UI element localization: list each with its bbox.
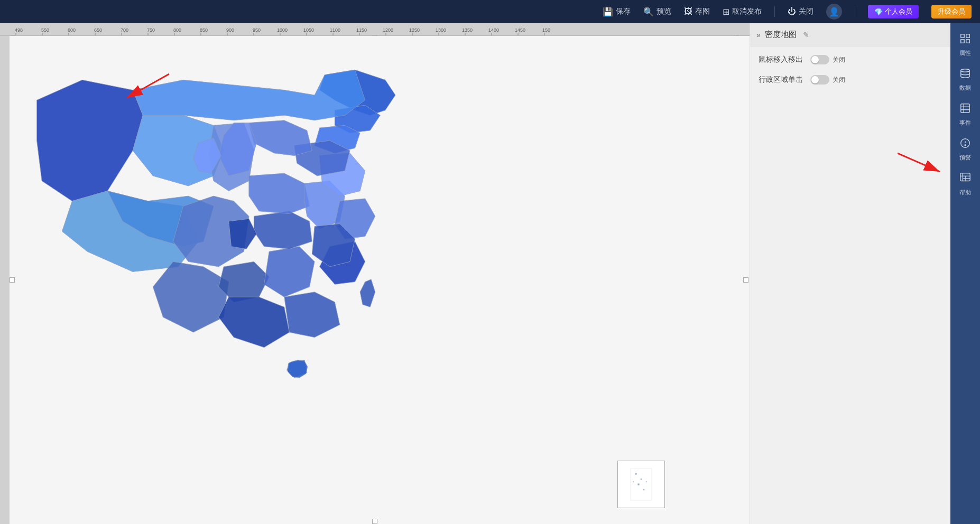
ruler-left — [0, 36, 10, 524]
toggle-thumb-hover — [811, 56, 819, 63]
svg-point-47 — [637, 483, 640, 485]
toggle-hover[interactable]: 关闭 — [810, 55, 845, 64]
svg-text:550: 550 — [41, 27, 49, 33]
toggle-label-click: 关闭 — [833, 76, 845, 85]
toolbar-divider — [774, 6, 775, 17]
sidebar-item-events[interactable]: 事件 — [950, 97, 980, 132]
svg-text:1400: 1400 — [488, 27, 499, 33]
china-map — [32, 46, 486, 416]
avatar-icon: 👤 — [829, 7, 839, 17]
save-button[interactable]: 💾 保存 — [603, 7, 631, 17]
svg-point-49 — [646, 481, 647, 482]
handle-right-mid[interactable] — [743, 277, 748, 283]
toggle-click[interactable]: 关闭 — [810, 75, 845, 85]
panel-title: 密度地图 — [765, 30, 797, 40]
sidebar-label-properties: 属性 — [959, 49, 971, 57]
svg-rect-44 — [0, 36, 10, 524]
svg-text:600: 600 — [68, 27, 76, 33]
help-icon — [959, 172, 971, 186]
preview-button[interactable]: 🔍 预览 — [643, 7, 671, 17]
svg-rect-62 — [961, 104, 970, 113]
sidebar-item-data[interactable]: 数据 — [950, 62, 980, 97]
vip-button[interactable]: 💎 个人会员 — [868, 5, 919, 18]
sidebar-label-help: 帮助 — [959, 189, 971, 196]
canvas-wrapper: 498 550 600 650 700 750 800 850 — [0, 23, 750, 524]
user-avatar[interactable]: 👤 — [826, 4, 842, 20]
setting-row-click: 行政区域单击 关闭 — [759, 75, 942, 85]
sidebar-label-data: 数据 — [959, 84, 971, 92]
toggle-track-click[interactable] — [810, 75, 829, 85]
export-button[interactable]: 🖼 存图 — [684, 7, 710, 16]
save-icon: 💾 — [603, 7, 613, 17]
svg-text:1150: 1150 — [356, 27, 367, 33]
svg-text:150: 150 — [542, 27, 550, 33]
right-panel: » 密度地图 ✎ 鼠标移入移出 关闭 行政区域单击 — [750, 23, 950, 524]
svg-text:700: 700 — [121, 27, 128, 33]
svg-point-68 — [965, 145, 966, 146]
inset-map — [617, 461, 665, 508]
diamond-icon: 💎 — [874, 8, 883, 16]
svg-text:1000: 1000 — [277, 27, 288, 33]
sidebar-label-alerts: 预警 — [959, 154, 971, 162]
svg-rect-0 — [0, 23, 750, 36]
svg-text:950: 950 — [253, 27, 261, 33]
setting-label-click: 行政区域单击 — [759, 75, 806, 85]
panel-expand-button[interactable]: » — [756, 31, 761, 39]
alerts-icon — [959, 137, 971, 152]
handle-left-mid[interactable] — [10, 277, 15, 283]
canvas-area[interactable]: 498 550 600 650 700 750 800 850 — [0, 23, 750, 524]
sidebar-label-events: 事件 — [959, 119, 971, 127]
ruler-top: 498 550 600 650 700 750 800 850 — [0, 23, 750, 36]
svg-rect-69 — [960, 173, 970, 181]
handle-bottom-mid[interactable] — [372, 519, 377, 524]
svg-text:1350: 1350 — [462, 27, 473, 33]
sidebar-item-properties[interactable]: 属性 — [950, 27, 980, 62]
svg-point-61 — [961, 69, 970, 72]
far-right-sidebar: 属性 数据 事件 — [950, 23, 980, 524]
panel-header: » 密度地图 ✎ — [750, 23, 950, 46]
toggle-track-hover[interactable] — [810, 55, 829, 64]
svg-rect-60 — [966, 40, 969, 43]
svg-point-48 — [643, 489, 645, 491]
svg-text:650: 650 — [94, 27, 102, 33]
power-icon: ⏻ — [788, 7, 796, 16]
svg-rect-59 — [961, 40, 964, 43]
svg-text:800: 800 — [173, 27, 181, 33]
svg-point-45 — [635, 473, 637, 475]
svg-text:850: 850 — [200, 27, 208, 33]
sidebar-item-alerts[interactable]: 预警 — [950, 132, 980, 167]
svg-rect-58 — [966, 34, 969, 38]
close-button[interactable]: ⏻ 关闭 — [788, 7, 813, 16]
setting-label-hover: 鼠标移入移出 — [759, 55, 806, 64]
upgrade-button[interactable]: 升级会员 — [931, 5, 972, 18]
svg-text:750: 750 — [147, 27, 155, 33]
export-icon: 🖼 — [684, 7, 692, 16]
svg-text:1300: 1300 — [436, 27, 446, 33]
canvas-content[interactable] — [0, 36, 750, 524]
preview-icon: 🔍 — [643, 7, 654, 17]
unpublish-icon: ⊞ — [723, 7, 729, 17]
data-icon — [959, 68, 971, 82]
events-icon — [959, 102, 971, 117]
panel-content: 鼠标移入移出 关闭 行政区域单击 关闭 — [750, 46, 950, 524]
toggle-thumb-click — [811, 76, 819, 83]
svg-text:1050: 1050 — [303, 27, 314, 33]
svg-text:1250: 1250 — [409, 27, 420, 33]
svg-text:1100: 1100 — [330, 27, 340, 33]
toolbar-divider-2 — [855, 6, 855, 17]
svg-text:498: 498 — [15, 27, 23, 33]
svg-text:1200: 1200 — [383, 27, 393, 33]
toggle-label-hover: 关闭 — [833, 55, 845, 64]
unpublish-button[interactable]: ⊞ 取消发布 — [723, 7, 762, 17]
svg-text:1450: 1450 — [515, 27, 525, 33]
svg-point-46 — [641, 479, 642, 480]
main-layout: 498 550 600 650 700 750 800 850 — [0, 23, 980, 524]
svg-rect-57 — [961, 34, 964, 38]
svg-text:900: 900 — [226, 27, 234, 33]
sidebar-item-help[interactable]: 帮助 — [950, 167, 980, 202]
panel-edit-button[interactable]: ✎ — [803, 31, 809, 39]
toolbar: 💾 保存 🔍 预览 🖼 存图 ⊞ 取消发布 ⏻ 关闭 👤 💎 个人会员 升级会员 — [0, 0, 980, 23]
properties-icon — [959, 33, 971, 47]
svg-point-50 — [633, 481, 634, 482]
setting-row-hover: 鼠标移入移出 关闭 — [759, 55, 942, 64]
